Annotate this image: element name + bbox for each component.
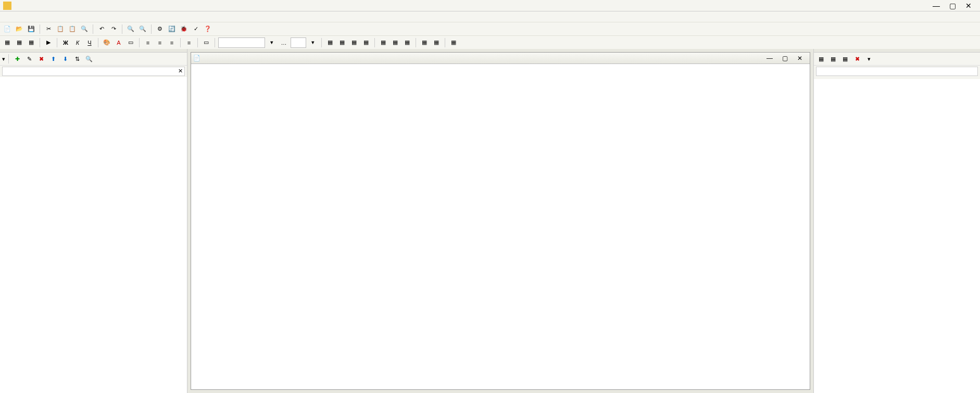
underline-icon[interactable]: Ч [84, 37, 95, 48]
table2-icon[interactable]: ▦ [390, 37, 400, 48]
titlebar: — ▢ ✕ [0, 0, 980, 11]
doc-maximize-icon[interactable]: ▢ [782, 55, 788, 62]
menubar [0, 11, 980, 22]
debug-icon[interactable]: 🐞 [179, 24, 189, 34]
bold-icon[interactable]: Ж [60, 37, 71, 48]
props-search[interactable] [816, 67, 978, 76]
zoom-in-icon[interactable]: 🔍 [125, 24, 136, 34]
extra3-icon[interactable]: ▦ [448, 37, 459, 48]
down-icon[interactable]: ⬇ [60, 54, 70, 64]
doc-icon: 📄 [193, 55, 200, 61]
italic-icon[interactable]: К [72, 37, 83, 48]
maximize-icon[interactable]: ▢ [949, 2, 956, 10]
sort-icon[interactable]: ⇅ [72, 54, 82, 64]
font-dropdown-icon[interactable]: ▾ [267, 37, 277, 48]
find-icon[interactable]: 🔍 [79, 24, 90, 34]
font-select[interactable] [218, 37, 265, 48]
add-icon[interactable]: ✚ [12, 54, 22, 64]
sheet3-icon[interactable]: ▦ [26, 37, 36, 48]
syntax-icon[interactable]: ✓ [191, 24, 201, 34]
redo-icon[interactable]: ↷ [108, 24, 119, 34]
open-icon[interactable]: 📂 [14, 24, 24, 34]
props-t1-icon[interactable]: ▦ [816, 54, 826, 64]
table1-icon[interactable]: ▦ [378, 37, 388, 48]
search-clear-icon[interactable]: ✕ [178, 68, 183, 74]
extra2-icon[interactable]: ▦ [431, 37, 442, 48]
app-icon [3, 2, 11, 10]
size-dropdown-icon[interactable]: ▾ [308, 37, 318, 48]
border-icon[interactable]: ▭ [125, 37, 136, 48]
toolbar-format: ▦ ▦ ▦ ▶ Ж К Ч 🎨 A ▭ ≡ ≡ ≡ ≡ ▭ ▾ … ▾ ▦ ▦ … [0, 35, 980, 49]
props-clear-icon[interactable]: ✖ [852, 54, 862, 64]
update-icon[interactable]: 🔄 [167, 24, 177, 34]
template-window: 📄 — ▢ ✕ [191, 52, 810, 390]
config-tree[interactable] [0, 77, 187, 393]
edit-icon[interactable]: ✎ [24, 54, 34, 64]
grid2-icon[interactable]: ▦ [337, 37, 347, 48]
props-dd-icon[interactable]: ▾ [864, 54, 874, 64]
copy-icon[interactable]: 📋 [55, 24, 66, 34]
close-icon[interactable]: ✕ [965, 2, 972, 10]
sheet1-icon[interactable]: ▦ [2, 37, 12, 48]
merge-icon[interactable]: ▭ [201, 37, 211, 48]
cut-icon[interactable]: ✂ [43, 24, 54, 34]
undo-icon[interactable]: ↶ [96, 24, 107, 34]
config-title [0, 49, 187, 53]
textcolor-icon[interactable]: A [114, 37, 124, 48]
spreadsheet[interactable] [191, 64, 810, 389]
grid4-icon[interactable]: ▦ [361, 37, 371, 48]
config-icon[interactable]: ⚙ [155, 24, 165, 34]
bgcolor-icon[interactable]: 🎨 [102, 37, 112, 48]
align-left-icon[interactable]: ≡ [143, 37, 153, 48]
run-icon[interactable]: ▶ [43, 37, 54, 48]
extra1-icon[interactable]: ▦ [419, 37, 430, 48]
config-panel: ▾ ✚ ✎ ✖ ⬆ ⬇ ⇅ 🔍 ✕ [0, 49, 187, 393]
delete-icon[interactable]: ✖ [36, 54, 46, 64]
size-select[interactable] [291, 37, 306, 48]
doc-minimize-icon[interactable]: — [767, 55, 773, 62]
font-more-icon[interactable]: … [279, 37, 289, 48]
props-t3-icon[interactable]: ▦ [840, 54, 850, 64]
props-t2-icon[interactable]: ▦ [828, 54, 838, 64]
new-icon[interactable]: 📄 [2, 24, 12, 34]
config-search[interactable] [2, 67, 185, 76]
paste-icon[interactable]: 📋 [67, 24, 78, 34]
grid3-icon[interactable]: ▦ [349, 37, 359, 48]
zoom-out-icon[interactable]: 🔍 [137, 24, 148, 34]
workspace: 📄 — ▢ ✕ [187, 49, 813, 393]
align-center-icon[interactable]: ≡ [155, 37, 165, 48]
find-tree-icon[interactable]: 🔍 [84, 54, 94, 64]
toolbar-main: 📄 📂 💾 ✂ 📋 📋 🔍 ↶ ↷ 🔍 🔍 ⚙ 🔄 🐞 ✓ ❓ [0, 22, 980, 35]
up-icon[interactable]: ⬆ [48, 54, 58, 64]
valign-icon[interactable]: ≡ [184, 37, 194, 48]
save-icon[interactable]: 💾 [26, 24, 36, 34]
properties-list[interactable] [814, 79, 980, 393]
table3-icon[interactable]: ▦ [402, 37, 412, 48]
doc-close-icon[interactable]: ✕ [797, 55, 802, 62]
help-icon[interactable]: ❓ [203, 24, 213, 34]
align-right-icon[interactable]: ≡ [167, 37, 177, 48]
actions-menu[interactable]: ▾ [2, 56, 5, 62]
minimize-icon[interactable]: — [933, 2, 940, 10]
sheet2-icon[interactable]: ▦ [14, 37, 24, 48]
grid1-icon[interactable]: ▦ [325, 37, 335, 48]
properties-panel: ▦ ▦ ▦ ✖ ▾ [813, 49, 980, 393]
properties-title [814, 49, 980, 53]
